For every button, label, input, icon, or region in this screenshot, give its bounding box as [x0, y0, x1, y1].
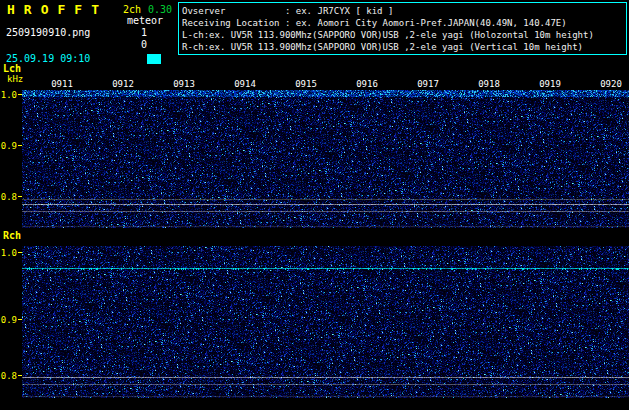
rch-axis-label: Rch [3, 230, 21, 241]
lch-axis-label: Lch [3, 63, 21, 74]
tick-label: 0.8 [1, 192, 17, 202]
rch-freq-tick-1_0: 1.0 [0, 248, 22, 258]
lch-freq-tick-0_9: 0.9 [0, 141, 22, 151]
time-label-0912: 0912 [110, 79, 136, 89]
hrofft-screen: HROFFT 2ch0.30 meteor 2509190910.png 1 0… [0, 0, 629, 410]
meteor-count-label: meteor [127, 15, 163, 26]
time-label-0917: 0917 [415, 79, 441, 89]
time-label-0918: 0918 [476, 79, 502, 89]
activity-indicator [147, 54, 161, 64]
receiving-location-info: Receiving Location : ex. Aomori City Aom… [182, 17, 623, 29]
lch-spectrogram [22, 90, 629, 228]
time-label-0911: 0911 [49, 79, 75, 89]
lch-receiver-info: L-ch:ex. UV5R 113.900Mhz(SAPPORO VOR)USB… [182, 29, 623, 41]
channel-mode: 2ch [123, 4, 141, 15]
time-label-0920: 0920 [598, 79, 624, 89]
time-label-0913: 0913 [171, 79, 197, 89]
tick-label: 1.0 [1, 248, 17, 258]
station-info-box: Ovserver : ex. JR7CYX [ kid ] Receiving … [178, 2, 627, 55]
meteor-count-lch: 1 [131, 27, 147, 38]
output-filename: 2509190910.png [6, 27, 90, 38]
rch-spectrogram [22, 246, 629, 398]
rch-freq-tick-0_8: 0.8 [0, 371, 22, 381]
lch-freq-tick-0_8: 0.8 [0, 192, 22, 202]
khz-unit-label: kHz [7, 74, 23, 84]
tick-label: 0.9 [1, 315, 17, 325]
app-title: HROFFT [7, 2, 108, 17]
tick-label: 1.0 [1, 90, 17, 100]
tick-label: 0.8 [1, 371, 17, 381]
lch-freq-tick-1_0: 1.0 [0, 90, 22, 100]
rch-receiver-info: R-ch:ex. UV5R 113.900Mhz(SAPPORO VOR)USB… [182, 41, 623, 53]
channel-mode-line: 2ch0.30 [123, 4, 172, 15]
rch-freq-tick-0_9: 0.9 [0, 315, 22, 325]
observer-info: Ovserver : ex. JR7CYX [ kid ] [182, 5, 623, 17]
time-label-0914: 0914 [232, 79, 258, 89]
version-number: 0.30 [148, 4, 172, 15]
time-label-0915: 0915 [293, 79, 319, 89]
meteor-count-rch: 0 [131, 39, 147, 50]
time-label-0919: 0919 [537, 79, 563, 89]
time-label-0916: 0916 [354, 79, 380, 89]
tick-label: 0.9 [1, 141, 17, 151]
